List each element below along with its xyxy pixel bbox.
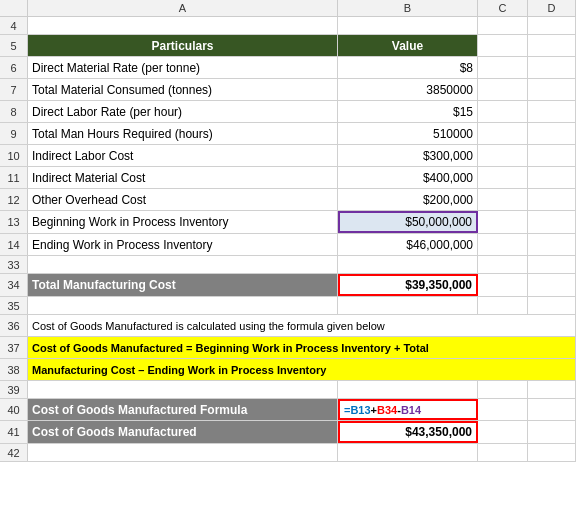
cell-35b[interactable] (338, 297, 478, 314)
cell-40d[interactable] (528, 399, 576, 420)
cell-6a[interactable]: Direct Material Rate (per tonne) (28, 57, 338, 78)
row-num-5: 5 (0, 35, 28, 56)
cell-38a: Manufacturing Cost – Ending Work in Proc… (28, 359, 576, 380)
cell-35d[interactable] (528, 297, 576, 314)
cell-33a[interactable] (28, 256, 338, 273)
row-num-13: 13 (0, 211, 28, 233)
row-num-34: 34 (0, 274, 28, 296)
row-12: 12 Other Overhead Cost $200,000 (0, 189, 576, 211)
cell-14b[interactable]: $46,000,000 (338, 234, 478, 255)
row-41: 41 Cost of Goods Manufactured $43,350,00… (0, 421, 576, 444)
cell-7c[interactable] (478, 79, 528, 100)
row-num-6: 6 (0, 57, 28, 78)
cell-6b[interactable]: $8 (338, 57, 478, 78)
cell-14d[interactable] (528, 234, 576, 255)
cell-42a[interactable] (28, 444, 338, 461)
cell-6d[interactable] (528, 57, 576, 78)
row-40: 40 Cost of Goods Manufactured Formula =B… (0, 399, 576, 421)
cell-10a[interactable]: Indirect Labor Cost (28, 145, 338, 166)
row-num-header (0, 0, 28, 16)
cell-33d[interactable] (528, 256, 576, 273)
cell-5a-particulars[interactable]: Particulars (28, 35, 338, 56)
cell-11b[interactable]: $400,000 (338, 167, 478, 188)
cell-42d[interactable] (528, 444, 576, 461)
cell-13c[interactable] (478, 211, 528, 233)
cell-7a[interactable]: Total Material Consumed (tonnes) (28, 79, 338, 100)
row-14: 14 Ending Work in Process Inventory $46,… (0, 234, 576, 256)
cell-8a[interactable]: Direct Labor Rate (per hour) (28, 101, 338, 122)
col-header-d: D (528, 0, 576, 16)
cell-13d[interactable] (528, 211, 576, 233)
cell-9c[interactable] (478, 123, 528, 144)
cell-35c[interactable] (478, 297, 528, 314)
cell-9b[interactable]: 510000 (338, 123, 478, 144)
cell-8d[interactable] (528, 101, 576, 122)
cell-9a[interactable]: Total Man Hours Required (hours) (28, 123, 338, 144)
cell-40b-formula[interactable]: =B13+B34-B14 (338, 399, 478, 420)
cell-13b[interactable]: $50,000,000 (338, 211, 478, 233)
formula-b13: =B13 (344, 404, 371, 416)
cell-33b[interactable] (338, 256, 478, 273)
cell-41d[interactable] (528, 421, 576, 443)
cell-13a[interactable]: Beginning Work in Process Inventory (28, 211, 338, 233)
cell-5d[interactable] (528, 35, 576, 56)
row-num-4: 4 (0, 17, 28, 34)
row-num-8: 8 (0, 101, 28, 122)
cell-39a[interactable] (28, 381, 338, 398)
cell-10b[interactable]: $300,000 (338, 145, 478, 166)
row-7: 7 Total Material Consumed (tonnes) 38500… (0, 79, 576, 101)
formula-b34: B34 (377, 404, 397, 416)
cell-10c[interactable] (478, 145, 528, 166)
row-num-40: 40 (0, 399, 28, 420)
cell-11c[interactable] (478, 167, 528, 188)
cell-8b[interactable]: $15 (338, 101, 478, 122)
row-10: 10 Indirect Labor Cost $300,000 (0, 145, 576, 167)
cell-11a[interactable]: Indirect Material Cost (28, 167, 338, 188)
cell-40a[interactable]: Cost of Goods Manufactured Formula (28, 399, 338, 420)
cell-12a[interactable]: Other Overhead Cost (28, 189, 338, 210)
row-num-11: 11 (0, 167, 28, 188)
cell-4c[interactable] (478, 17, 528, 34)
cell-34b[interactable]: $39,350,000 (338, 274, 478, 296)
spreadsheet: A B C D 4 5 Particulars Value 6 Direct M… (0, 0, 576, 513)
cell-34d[interactable] (528, 274, 576, 296)
cell-41b[interactable]: $43,350,000 (338, 421, 478, 443)
cell-14a[interactable]: Ending Work in Process Inventory (28, 234, 338, 255)
cell-35a[interactable] (28, 297, 338, 314)
row-num-12: 12 (0, 189, 28, 210)
cell-4d[interactable] (528, 17, 576, 34)
cell-7d[interactable] (528, 79, 576, 100)
cell-34c[interactable] (478, 274, 528, 296)
cell-41a[interactable]: Cost of Goods Manufactured (28, 421, 338, 443)
row-num-41: 41 (0, 421, 28, 443)
cell-12b[interactable]: $200,000 (338, 189, 478, 210)
cell-6c[interactable] (478, 57, 528, 78)
cell-10d[interactable] (528, 145, 576, 166)
cell-5b-value[interactable]: Value (338, 35, 478, 56)
cell-37a: Cost of Goods Manufactured = Beginning W… (28, 337, 576, 358)
row-num-10: 10 (0, 145, 28, 166)
cell-34a[interactable]: Total Manufacturing Cost (28, 274, 338, 296)
cell-39c[interactable] (478, 381, 528, 398)
cell-41c[interactable] (478, 421, 528, 443)
cell-4b[interactable] (338, 17, 478, 34)
cell-42c[interactable] (478, 444, 528, 461)
cell-40c[interactable] (478, 399, 528, 420)
cell-33c[interactable] (478, 256, 528, 273)
cell-39d[interactable] (528, 381, 576, 398)
cell-36a: Cost of Goods Manufactured is calculated… (28, 315, 576, 336)
cell-14c[interactable] (478, 234, 528, 255)
column-headers: A B C D (0, 0, 576, 17)
cell-8c[interactable] (478, 101, 528, 122)
cell-9d[interactable] (528, 123, 576, 144)
cell-5c[interactable] (478, 35, 528, 56)
cell-7b[interactable]: 3850000 (338, 79, 478, 100)
cell-4a[interactable] (28, 17, 338, 34)
row-34: 34 Total Manufacturing Cost $39,350,000 (0, 274, 576, 297)
cell-12d[interactable] (528, 189, 576, 210)
cell-12c[interactable] (478, 189, 528, 210)
row-9: 9 Total Man Hours Required (hours) 51000… (0, 123, 576, 145)
cell-11d[interactable] (528, 167, 576, 188)
cell-42b[interactable] (338, 444, 478, 461)
cell-39b[interactable] (338, 381, 478, 398)
